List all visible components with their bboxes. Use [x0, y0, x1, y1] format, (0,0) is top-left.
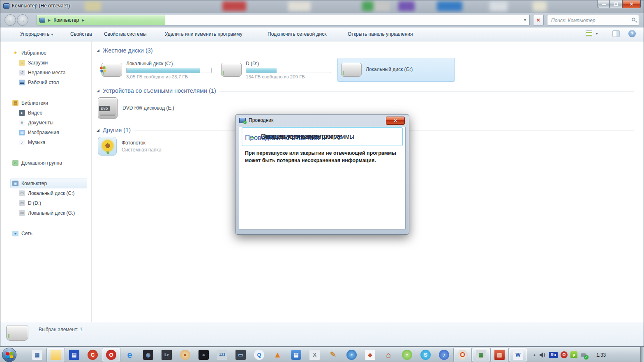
quicktime-icon[interactable]: Q — [250, 348, 268, 362]
sidebar-item-local-disk-c[interactable]: ▭ Локальный диск (C:) — [17, 188, 87, 198]
picasa-icon[interactable]: ◆ — [361, 348, 379, 362]
media-player-classic-icon[interactable]: 123 — [213, 348, 231, 362]
photostream-name: Фотопоток — [122, 140, 162, 146]
capacity-fill — [246, 68, 277, 73]
network-icon: ● — [12, 231, 18, 236]
close-button[interactable]: × — [622, 0, 641, 8]
word-icon[interactable]: W — [509, 348, 527, 362]
ccleaner-icon[interactable]: C — [83, 348, 102, 362]
properties-button[interactable]: Свойства — [70, 31, 94, 37]
home-design-icon[interactable]: ⌂ — [379, 348, 398, 362]
computer-icon: ▣ — [12, 181, 18, 186]
open-control-panel-button[interactable]: Открыть панель управления — [348, 31, 415, 37]
drive-tile-c[interactable]: Локальный диск (C:) 3,05 ГБ свободно из … — [98, 58, 215, 82]
explorer-icon: ✓ — [239, 118, 246, 123]
collapse-arrow-icon[interactable]: ◢ — [97, 128, 99, 132]
sidebar-item-music[interactable]: ♪ Музыка — [17, 137, 87, 147]
breadcrumb-arrow-icon[interactable]: ▶ — [82, 18, 84, 22]
camera-icon[interactable]: ● — [194, 348, 213, 362]
sidebar-item-video[interactable]: ▸ Видео — [17, 108, 87, 118]
drive-tile-g-selected[interactable]: Локальный диск (G:) — [337, 58, 455, 82]
dark-camera-icon[interactable]: ◉ — [139, 348, 157, 362]
recent-places-icon: ↺ — [19, 70, 25, 76]
system-properties-button[interactable]: Свойства системы — [104, 31, 148, 37]
dvd-drive-item[interactable]: DVD DVD RW дисковод (E:) — [98, 97, 174, 119]
organize-button[interactable]: Упорядочить▾ — [20, 31, 53, 37]
red-o-app-icon[interactable]: O — [102, 348, 120, 362]
sidebar-item-documents[interactable]: ≡ Документы — [17, 118, 87, 128]
sidebar-item-recent-places[interactable]: ↺ Недавние места — [17, 68, 87, 78]
window-titlebar[interactable]: Компьютер (Не отвечает) × — [0, 0, 644, 13]
help-button[interactable]: ? — [628, 30, 636, 37]
tray-red-o-icon[interactable]: O — [561, 351, 568, 358]
paint-palette-icon[interactable]: ● — [176, 348, 194, 362]
itunes-icon[interactable]: ♪ — [435, 348, 453, 362]
stop-refresh-button[interactable]: × — [533, 15, 544, 25]
photo-viewer-icon[interactable]: ▦ — [472, 348, 490, 362]
minimize-button[interactable] — [598, 0, 610, 8]
sidebar-item-computer[interactable]: ▣ Компьютер — [10, 179, 87, 188]
dialog-titlebar[interactable]: ✓ Проводник × — [235, 115, 409, 127]
restore-button[interactable] — [610, 0, 622, 8]
wait-for-program-link[interactable]: → Ожидание отклика программы — [242, 127, 403, 146]
window-title: Компьютер (Не отвечает) — [12, 3, 70, 9]
icq-flower-icon[interactable]: ● — [398, 348, 416, 362]
sidebar-item-favorites[interactable]: ★ Избранное — [10, 48, 87, 58]
start-button[interactable] — [2, 348, 16, 362]
google-earth-icon[interactable]: ● — [342, 348, 361, 362]
map-network-drive-button[interactable]: Подключить сетевой диск — [268, 31, 328, 37]
explorer-taskbar-icon[interactable] — [46, 348, 65, 362]
red-toolbox-icon[interactable]: ▥ — [490, 348, 509, 362]
utorrent-tray-icon[interactable]: µ — [570, 351, 577, 358]
sidebar-item-homegroup[interactable]: ⌂ Домашняя группа — [10, 158, 87, 168]
photostream-type: Системная папка — [122, 147, 162, 153]
sidebar-item-local-disk-g[interactable]: ▭ Локальный диск (G:) — [17, 208, 87, 218]
safely-remove-hardware-icon[interactable]: ✓ — [580, 351, 588, 359]
language-indicator[interactable]: Ru — [549, 352, 558, 358]
tv-monitor-icon[interactable]: ▭ — [231, 348, 250, 362]
forward-button[interactable]: → — [17, 14, 28, 26]
documents-library-icon: ≡ — [19, 120, 25, 126]
command-toolbar: ▾ ? Упорядочить▾ Свойства Свойства систе… — [0, 27, 644, 41]
lightroom-icon[interactable]: Lr — [157, 348, 176, 362]
sidebar-item-desktop[interactable]: ▬ Рабочий стол — [17, 78, 87, 87]
volume-icon[interactable] — [539, 352, 546, 358]
section-header-removable[interactable]: ◢ Устройства со съемными носителями (1) — [97, 87, 634, 94]
drive-tile-d[interactable]: D (D:) 134 ГБ свободно из 209 ГБ — [217, 58, 335, 82]
back-button[interactable]: ← — [5, 14, 16, 26]
uninstall-program-button[interactable]: Удалить или изменить программу — [165, 31, 244, 37]
sidebar-item-disk-d[interactable]: ▭ D (D:) — [17, 198, 87, 208]
collapse-arrow-icon[interactable]: ◢ — [97, 89, 99, 93]
taskbar-clock[interactable]: 1:33 — [596, 352, 606, 358]
xnview-icon[interactable]: X — [305, 348, 324, 362]
sidebar-item-downloads[interactable]: ↓ Загрузки — [17, 58, 87, 68]
check-icon: ✓ — [584, 355, 589, 360]
internet-explorer-icon[interactable]: e — [120, 348, 139, 362]
show-desktop-button[interactable] — [640, 347, 644, 362]
save-floppy-icon[interactable]: ▤ — [65, 348, 83, 362]
vlc-cone-icon[interactable]: ▲ — [268, 348, 287, 362]
address-dropdown-icon[interactable]: ▾ — [524, 18, 526, 22]
address-bar[interactable]: ▶ Компьютер ▶ ▾ — [37, 15, 530, 25]
breadcrumb-arrow-icon[interactable]: ▶ — [48, 18, 51, 22]
keyboard-app-icon[interactable]: ▤ — [287, 348, 305, 362]
collapse-arrow-icon[interactable]: ◢ — [97, 48, 99, 53]
dialog-close-button[interactable]: × — [386, 117, 405, 125]
sidebar-item-libraries[interactable]: ▤ Библиотеки — [10, 98, 87, 108]
calculator-icon[interactable]: ▦ — [28, 348, 46, 362]
skype-icon[interactable]: S — [416, 348, 435, 362]
pen-tablet-icon[interactable]: ✎ — [324, 348, 342, 362]
preview-pane-button[interactable] — [612, 30, 620, 37]
selected-drive-icon — [6, 325, 28, 341]
orange-ring-app-icon[interactable]: O — [453, 348, 472, 362]
change-view-button[interactable]: ▾ — [586, 30, 598, 37]
desktop-icon: ▬ — [19, 80, 25, 85]
breadcrumb-computer[interactable]: Компьютер — [53, 17, 79, 23]
section-header-hard-disks[interactable]: ◢ Жесткие диски (3) — [97, 47, 634, 54]
photostream-item[interactable]: Фотопоток Системная папка — [98, 137, 162, 156]
sidebar-item-pictures[interactable]: ▦ Изображения — [17, 128, 87, 137]
show-hidden-icons-button[interactable]: ▲ — [533, 353, 536, 357]
details-pane: Выбран элемент: 1 — [0, 322, 644, 346]
sidebar-item-network[interactable]: ● Сеть — [10, 229, 87, 238]
search-box[interactable]: Поиск: Компьютер — [547, 15, 639, 25]
